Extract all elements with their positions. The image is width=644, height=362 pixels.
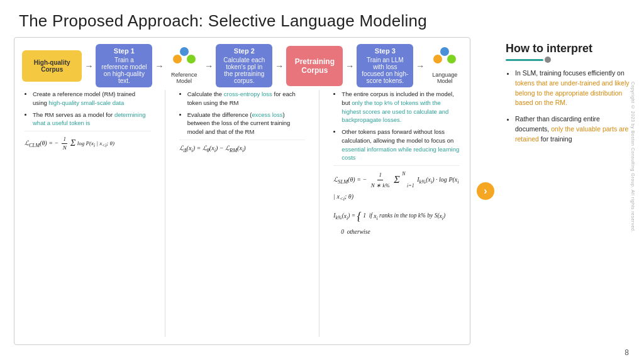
desc-col-2: Calculate the cross-entropy loss for eac… <box>177 90 308 337</box>
nav-arrow[interactable]: › <box>477 182 494 200</box>
arrow-1: → <box>84 61 93 71</box>
circle-orange <box>173 55 182 63</box>
ref-model-label: Reference Model <box>166 72 202 84</box>
desc-divider-1 <box>165 90 165 337</box>
ref-model-circles <box>173 47 196 70</box>
desc-divider-2 <box>319 90 319 337</box>
how-to-interpret-title: How to interpret <box>506 42 633 55</box>
step2-desc: Calculate each token's ppl in the pretra… <box>221 57 267 84</box>
diagram-section: High-quality Corpus → Step 1 Train a ref… <box>14 37 470 345</box>
pretraining-box: Pretraining Corpus <box>286 46 343 86</box>
col2-highlight2: excess loss <box>252 111 282 118</box>
clm-formula: ℒCLM(θ) = − 1 N Σ log P(xi | x<i; θ) <box>25 135 151 152</box>
desc-col2-item2: Evaluate the difference (excess loss) be… <box>187 111 306 136</box>
step3-box: Step 3 Train an LLM with loss focused on… <box>357 44 413 87</box>
lm-circle-green <box>447 55 456 63</box>
step2-box: Step 2 Calculate each token's ppl in the… <box>216 44 272 87</box>
arrow-5: → <box>345 61 354 71</box>
right-highlight2: only the valuable parts are retained <box>515 125 628 143</box>
lang-model-circles <box>433 47 456 70</box>
step1-label: Step 1 <box>101 47 147 55</box>
step1-desc: Train a reference model on high-quality … <box>101 57 147 84</box>
col1-highlight2: determining what a useful token is <box>33 111 146 127</box>
col2-highlight1: cross-entropy loss <box>224 90 272 97</box>
clm-formula-block: ℒCLM(θ) = − 1 N Σ log P(xi | x<i; θ) <box>25 131 151 152</box>
delta-formula: ℒΔ(xi) = ℒθ(xi) − ℒRM(xi) <box>179 144 306 155</box>
desc-col-3: The entire corpus is included in the mod… <box>331 90 462 337</box>
page-number: 8 <box>625 348 629 357</box>
desc-col3-list: The entire corpus is included in the mod… <box>333 90 460 162</box>
right-panel-item2: Rather than discarding entire documents,… <box>515 114 633 144</box>
teal-divider <box>506 59 543 61</box>
step1-box: Step 1 Train a reference model on high-q… <box>96 44 152 87</box>
desc-row: Create a reference model (RM) trained us… <box>22 87 462 339</box>
right-panel: How to interpret In SLM, training focuse… <box>501 37 633 345</box>
desc-col2-list: Calculate the cross-entropy loss for eac… <box>179 90 306 136</box>
delta-formula-block: ℒΔ(xi) = ℒθ(xi) − ℒRM(xi) <box>179 140 306 155</box>
right-panel-list: In SLM, training focuses efficiently on … <box>506 69 633 150</box>
desc-col1-item1: Create a reference model (RM) trained us… <box>33 90 151 107</box>
right-highlight1: tokens that are under-trained and likely… <box>515 79 630 107</box>
col3-highlight2: essential information while reducing lea… <box>341 146 459 162</box>
steps-row: High-quality Corpus → Step 1 Train a ref… <box>22 44 462 87</box>
col3-highlight1: only the top k% of tokens with the highe… <box>341 99 448 124</box>
circle-green <box>187 55 196 63</box>
lm-circle-orange <box>433 55 442 63</box>
step3-desc: Train an LLM with loss focused on high-s… <box>362 57 408 84</box>
lang-model-label: Language Model <box>427 72 462 84</box>
slm-formula: ℒSLM(θ) = − 1 N ∗ k% Σ N i=1 Ik%(xi) · l… <box>333 170 460 204</box>
main-area: High-quality Corpus → Step 1 Train a ref… <box>0 37 644 345</box>
right-panel-item1: In SLM, training focuses efficiently on … <box>515 69 633 108</box>
lang-model-icon: Language Model <box>427 47 462 84</box>
copyright-text: Copyright © 2023 by Boston Consulting Gr… <box>631 82 635 233</box>
start-box: High-quality Corpus <box>22 50 82 82</box>
desc-col2-item1: Calculate the cross-entropy loss for eac… <box>187 90 306 107</box>
step2-label: Step 2 <box>221 47 267 55</box>
desc-col3-item2: Other tokens pass forward without loss c… <box>341 128 460 162</box>
col1-highlight1: high-quality small-scale data <box>48 99 124 106</box>
lm-circle-blue <box>440 47 449 56</box>
circle-blue <box>180 47 189 56</box>
arrow-6: → <box>416 61 425 71</box>
pretraining-label: Pretraining Corpus <box>295 57 335 75</box>
step3-label: Step 3 <box>362 47 408 55</box>
desc-col1-list: Create a reference model (RM) trained us… <box>25 90 151 128</box>
slm-formula-block: ℒSLM(θ) = − 1 N ∗ k% Σ N i=1 Ik%(xi) · l… <box>333 165 460 238</box>
desc-col1-item2: The RM serves as a model for determining… <box>33 111 151 128</box>
arrow-2: → <box>155 61 164 71</box>
indicator-formula: Ik%(xi) = { 1 if xi ranks in the top k% … <box>333 206 460 237</box>
desc-col-1: Create a reference model (RM) trained us… <box>22 90 153 337</box>
arrow-4: → <box>275 61 284 71</box>
arrow-3: → <box>204 61 213 71</box>
page-title: The Proposed Approach: Selective Languag… <box>0 0 644 37</box>
start-label: High-quality Corpus <box>34 59 70 73</box>
ref-model-icon: Reference Model <box>166 47 202 84</box>
desc-col3-item1: The entire corpus is included in the mod… <box>341 90 460 124</box>
